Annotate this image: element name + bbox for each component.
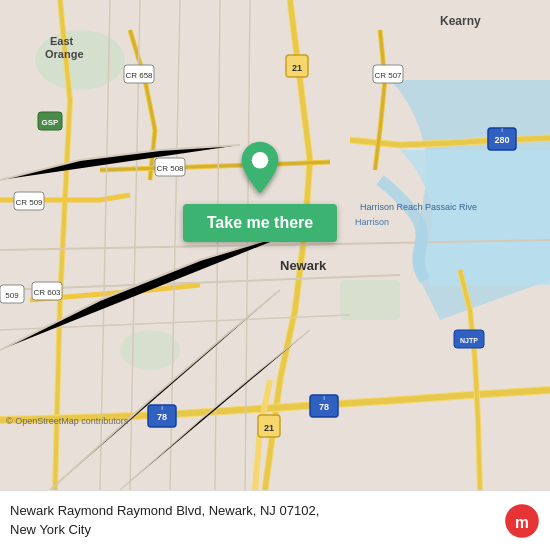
svg-text:CR 603: CR 603 <box>33 288 61 297</box>
moovit-icon: m <box>504 503 540 539</box>
location-pin-icon <box>235 140 285 200</box>
address-line2: New York City <box>10 522 91 537</box>
svg-text:21: 21 <box>264 423 274 433</box>
svg-point-1 <box>35 30 125 90</box>
svg-text:CR 658: CR 658 <box>125 71 153 80</box>
svg-text:78: 78 <box>319 402 329 412</box>
button-overlay: Take me there <box>155 140 365 242</box>
address-text: Newark Raymond Raymond Blvd, Newark, NJ … <box>10 502 496 538</box>
svg-text:Orange: Orange <box>45 48 84 60</box>
svg-text:CR 509: CR 509 <box>15 198 43 207</box>
svg-text:Kearny: Kearny <box>440 14 481 28</box>
svg-text:Newark: Newark <box>280 258 327 273</box>
moovit-logo: m <box>504 503 540 539</box>
take-me-there-button[interactable]: Take me there <box>183 204 337 242</box>
bottom-bar: Newark Raymond Raymond Blvd, Newark, NJ … <box>0 490 550 550</box>
svg-text:CR 507: CR 507 <box>374 71 402 80</box>
svg-point-3 <box>120 330 180 370</box>
svg-text:280: 280 <box>494 135 509 145</box>
svg-text:East: East <box>50 35 74 47</box>
svg-text:Harrison Reach Passaic Rive: Harrison Reach Passaic Rive <box>360 202 477 212</box>
svg-point-49 <box>252 152 269 169</box>
svg-text:GSP: GSP <box>42 118 60 127</box>
svg-rect-2 <box>340 280 400 320</box>
svg-text:78: 78 <box>157 412 167 422</box>
svg-text:m: m <box>515 514 529 531</box>
attribution-text: © OpenStreetMap contributors <box>6 416 128 426</box>
map-container: 21 21 CR 658 CR 507 CR 508 CR 509 280 I … <box>0 0 550 490</box>
svg-text:509: 509 <box>5 291 19 300</box>
address-line1: Newark Raymond Raymond Blvd, Newark, NJ … <box>10 503 319 518</box>
svg-text:21: 21 <box>292 63 302 73</box>
osm-attribution: © OpenStreetMap contributors <box>6 416 128 426</box>
svg-text:NJTP: NJTP <box>460 337 478 344</box>
